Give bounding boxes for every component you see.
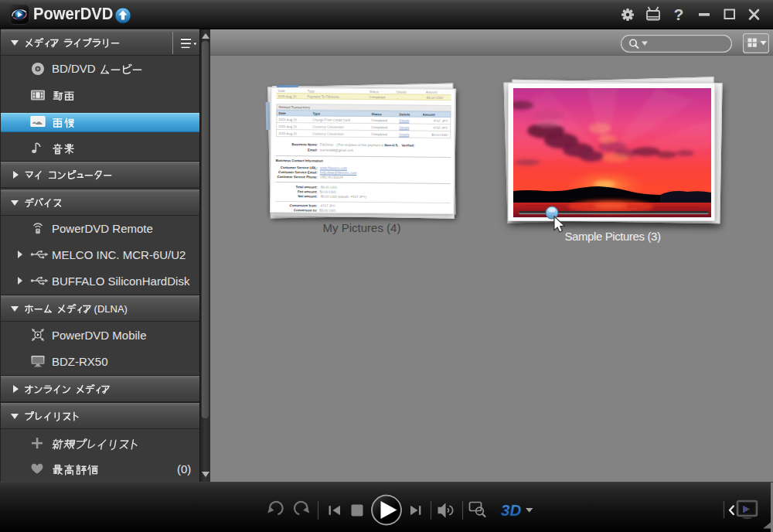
svg-text:?: ? bbox=[674, 5, 684, 23]
svg-text:3D: 3D bbox=[501, 501, 521, 519]
